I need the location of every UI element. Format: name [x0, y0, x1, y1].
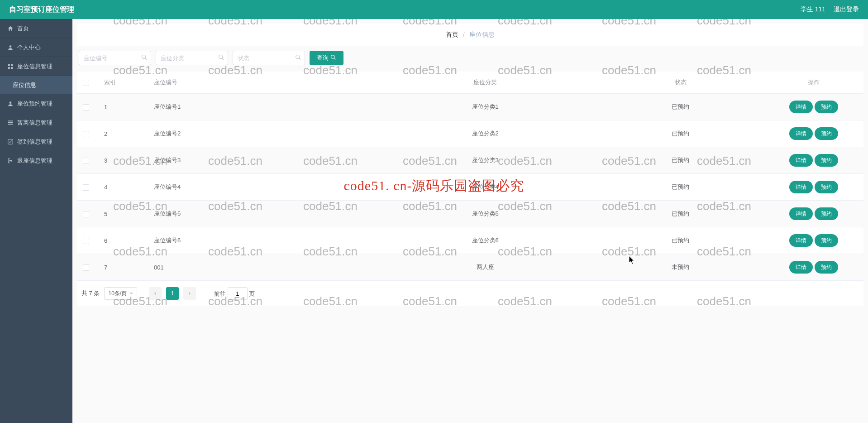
breadcrumb: 首页 / 座位信息 — [77, 24, 863, 46]
sidebar-item-label: 退座信息管理 — [17, 157, 52, 165]
svg-rect-4 — [11, 67, 13, 69]
sidebar-sub-label: 座位信息 — [13, 81, 36, 89]
page-size-select[interactable]: 10条/页 — [104, 287, 137, 300]
sidebar-item-checkout[interactable]: 退座信息管理 — [0, 151, 72, 170]
sidebar-item-leave[interactable]: 暂离信息管理 — [0, 113, 72, 132]
list-icon — [7, 120, 14, 126]
detail-button[interactable]: 详情 — [789, 261, 813, 274]
sidebar-item-checkin[interactable]: 签到信息管理 — [0, 132, 72, 151]
row-checkbox[interactable] — [83, 211, 89, 217]
filter-bar: 查询 — [77, 51, 863, 65]
cell-seat-no: 座位编号1 — [149, 94, 373, 120]
table-row: 3座位编号3座位分类3已预约详情预约 — [77, 147, 863, 174]
seat-no-search — [79, 51, 151, 65]
table-card: 索引 座位编号 座位分类 状态 操作 1座位编号1座位分类1已预约详情预约2座位… — [77, 72, 863, 306]
cell-index: 7 — [95, 254, 149, 281]
goto-input[interactable] — [228, 287, 248, 300]
table-row: 1座位编号1座位分类1已预约详情预约 — [77, 94, 863, 120]
cell-seat-cat: 座位分类3 — [373, 147, 597, 174]
sidebar-sub-seat-info[interactable]: 座位信息 — [0, 76, 72, 94]
search-icon — [330, 54, 336, 62]
seat-cat-input[interactable] — [156, 51, 228, 65]
cell-seat-cat: 座位分类6 — [373, 227, 597, 254]
svg-rect-3 — [8, 67, 10, 69]
user-label[interactable]: 学生 111 — [801, 5, 825, 14]
sidebar-item-reservation[interactable]: 座位预约管理 — [0, 94, 72, 113]
cell-index: 3 — [95, 147, 149, 174]
logout-link[interactable]: 退出登录 — [834, 5, 859, 14]
select-all-checkbox[interactable] — [83, 80, 89, 86]
sidebar-item-label: 座位预约管理 — [17, 100, 52, 108]
pagination: 共 7 条 10条/页 1 前往 页 — [77, 281, 863, 306]
row-checkbox[interactable] — [83, 158, 89, 164]
reserve-button[interactable]: 预约 — [815, 154, 838, 167]
row-checkbox[interactable] — [83, 184, 89, 191]
cell-status: 已预约 — [597, 94, 764, 120]
breadcrumb-home[interactable]: 首页 — [446, 31, 458, 38]
reserve-button[interactable]: 预约 — [815, 127, 838, 140]
exit-icon — [7, 158, 14, 164]
cell-seat-no: 座位编号5 — [149, 201, 373, 227]
user-icon — [7, 101, 14, 107]
cell-status: 已预约 — [597, 147, 764, 174]
cell-index: 6 — [95, 227, 149, 254]
sidebar-item-label: 首页 — [17, 24, 29, 33]
detail-button[interactable]: 详情 — [789, 101, 813, 113]
reserve-button[interactable]: 预约 — [815, 207, 838, 220]
home-icon — [7, 25, 14, 32]
th-action: 操作 — [764, 72, 863, 94]
sidebar-item-label: 个人中心 — [17, 43, 41, 52]
reserve-button[interactable]: 预约 — [815, 101, 838, 113]
page-number-1[interactable]: 1 — [166, 287, 179, 300]
page-prev-button[interactable] — [149, 287, 162, 300]
seat-table: 索引 座位编号 座位分类 状态 操作 1座位编号1座位分类1已预约详情预约2座位… — [77, 72, 863, 281]
seat-no-input[interactable] — [79, 51, 151, 65]
svg-rect-8 — [8, 124, 13, 125]
app-title: 自习室预订座位管理 — [9, 5, 74, 14]
sidebar-item-seat-info[interactable]: 座位信息管理 — [0, 57, 72, 76]
cell-index: 1 — [95, 94, 149, 120]
svg-rect-7 — [8, 122, 13, 123]
cell-seat-cat: 座位分类1 — [373, 94, 597, 120]
sidebar-item-label: 暂离信息管理 — [17, 119, 52, 127]
row-checkbox[interactable] — [83, 238, 89, 244]
status-input[interactable] — [233, 51, 305, 65]
cell-seat-no: 座位编号2 — [149, 120, 373, 147]
sidebar-item-home[interactable]: 首页 — [0, 19, 72, 38]
detail-button[interactable]: 详情 — [789, 207, 813, 220]
sidebar: 首页 个人中心 座位信息管理 座位信息 座位预约管理 暂 — [0, 19, 72, 423]
row-checkbox[interactable] — [83, 104, 89, 111]
detail-button[interactable]: 详情 — [789, 181, 813, 193]
page-next-button[interactable] — [183, 287, 196, 300]
row-checkbox[interactable] — [83, 131, 89, 137]
detail-button[interactable]: 详情 — [789, 234, 813, 247]
cell-status: 已预约 — [597, 227, 764, 254]
cell-seat-no: 座位编号3 — [149, 147, 373, 174]
query-label: 查询 — [317, 54, 329, 62]
cell-index: 2 — [95, 120, 149, 147]
grid-icon — [7, 63, 14, 70]
reserve-button[interactable]: 预约 — [815, 261, 838, 274]
goto-prefix: 前往 — [214, 290, 226, 297]
header-right: 学生 111 退出登录 — [801, 5, 859, 14]
status-search — [233, 51, 305, 65]
svg-point-16 — [331, 55, 335, 59]
svg-rect-6 — [8, 120, 13, 121]
cell-seat-no: 座位编号6 — [149, 227, 373, 254]
cell-seat-no: 001 — [149, 254, 373, 281]
cell-index: 4 — [95, 174, 149, 201]
svg-rect-2 — [11, 64, 13, 66]
reserve-button[interactable]: 预约 — [815, 234, 838, 247]
reserve-button[interactable]: 预约 — [815, 181, 838, 193]
goto-suffix: 页 — [249, 290, 255, 297]
detail-button[interactable]: 详情 — [789, 154, 813, 167]
cell-index: 5 — [95, 201, 149, 227]
row-checkbox[interactable] — [83, 264, 89, 271]
table-row: 5座位编号5座位分类5已预约详情预约 — [77, 201, 863, 227]
table-row: 2座位编号2座位分类2已预约详情预约 — [77, 120, 863, 147]
cell-seat-no: 座位编号4 — [149, 174, 373, 201]
query-button[interactable]: 查询 — [310, 51, 343, 65]
sidebar-item-profile[interactable]: 个人中心 — [0, 38, 72, 57]
cell-seat-cat: 两人座 — [373, 254, 597, 281]
detail-button[interactable]: 详情 — [789, 127, 813, 140]
